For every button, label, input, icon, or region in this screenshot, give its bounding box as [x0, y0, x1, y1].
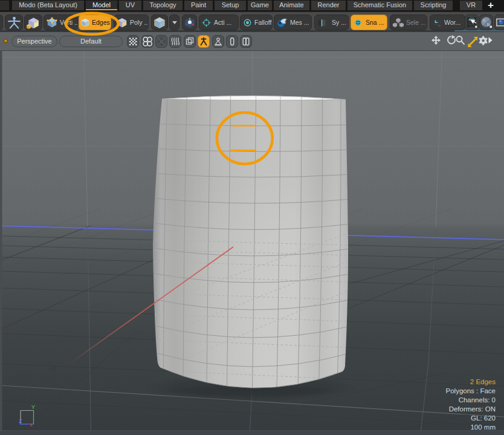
- svg-text:2 Edges: 2 Edges: [470, 378, 496, 385]
- svg-text:Channels: 0: Channels: 0: [459, 396, 496, 404]
- svg-text:Y: Y: [31, 404, 35, 410]
- svg-text:Z: Z: [19, 418, 22, 424]
- svg-text:x: x: [30, 422, 33, 428]
- svg-text:+X: +X: [48, 365, 56, 373]
- svg-text:Polygons : Face: Polygons : Face: [446, 387, 496, 394]
- svg-text:Deformers: ON: Deformers: ON: [449, 405, 496, 413]
- svg-text:GL: 620: GL: 620: [471, 414, 496, 422]
- svg-text:100 mm: 100 mm: [470, 424, 496, 431]
